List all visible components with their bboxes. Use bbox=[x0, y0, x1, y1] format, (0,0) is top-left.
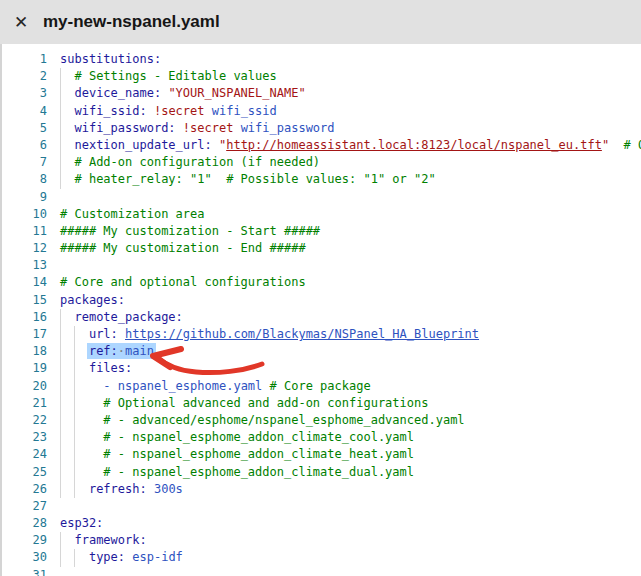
line-number: 27 bbox=[2, 498, 47, 515]
code-text: framework: bbox=[60, 533, 147, 547]
indent-guide bbox=[60, 171, 61, 188]
code-line: 8 # heater_relay: "1" # Possible values:… bbox=[2, 171, 641, 188]
code-text: packages: bbox=[60, 293, 125, 307]
code-line: 26 refresh: 300s bbox=[2, 481, 641, 498]
indent-guide bbox=[74, 429, 75, 446]
code-text: remote_package: bbox=[60, 310, 183, 324]
code-text: # heater_relay: "1" # Possible values: "… bbox=[60, 172, 436, 186]
code-token: ##### My customization - End ##### bbox=[60, 241, 306, 255]
code-text: ##### My customization - Start ##### bbox=[60, 224, 320, 238]
code-line: 30 type: esp-idf bbox=[2, 549, 641, 566]
indent-guide bbox=[60, 429, 61, 446]
code-token: url: bbox=[89, 327, 125, 341]
code-line: 12##### My customization - End ##### bbox=[2, 240, 641, 257]
code-token: # Optional bbox=[624, 138, 641, 152]
line-number: 6 bbox=[2, 137, 47, 154]
code-token: # Add-on configuration (if needed) bbox=[74, 155, 320, 169]
indent-guide bbox=[74, 343, 75, 360]
code-token: 300s bbox=[154, 482, 183, 496]
code-token: https://github.com/Blackymas/NSPanel_HA_… bbox=[125, 327, 479, 341]
indent-guide bbox=[74, 464, 75, 481]
code-text: # - advanced/esphome/nspanel_esphome_adv… bbox=[60, 413, 465, 427]
indent-guide bbox=[60, 446, 61, 463]
code-line: 3 device_name: "YOUR_NSPANEL_NAME" bbox=[2, 85, 641, 102]
code-text: substitutions: bbox=[60, 52, 161, 66]
indent-guide bbox=[60, 360, 61, 377]
code-line: 9 bbox=[2, 189, 641, 206]
close-icon[interactable]: ✕ bbox=[14, 14, 36, 31]
code-token: wifi_password bbox=[241, 121, 335, 135]
code-line: 28esp32: bbox=[2, 515, 641, 532]
line-number: 9 bbox=[2, 189, 47, 206]
code-line: 11##### My customization - Start ##### bbox=[2, 223, 641, 240]
code-line: 6 nextion_update_url: "http://homeassist… bbox=[2, 137, 641, 154]
code-token: main bbox=[125, 344, 154, 358]
code-token: "YOUR_NSPANEL_NAME" bbox=[168, 86, 305, 100]
code-token: !secret bbox=[154, 104, 212, 118]
line-number: 2 bbox=[2, 68, 47, 85]
code-line: 31 bbox=[2, 567, 641, 576]
code-text: url: https://github.com/Blackymas/NSPane… bbox=[60, 327, 479, 341]
code-token: files: bbox=[89, 361, 132, 375]
code-editor[interactable]: 1substitutions:2 # Settings - Editable v… bbox=[0, 44, 641, 576]
line-number: 19 bbox=[2, 360, 47, 377]
indent-guide bbox=[74, 360, 75, 377]
title-bar: ✕ my-new-nspanel.yaml bbox=[0, 0, 641, 44]
code-line: 7 # Add-on configuration (if needed) bbox=[2, 154, 641, 171]
code-token: esp32: bbox=[60, 516, 103, 530]
code-line: 22 # - advanced/esphome/nspanel_esphome_… bbox=[2, 412, 641, 429]
code-line: 14# Core and optional configurations bbox=[2, 274, 641, 291]
code-token: # - nspanel_esphome_addon_climate_heat.y… bbox=[103, 447, 414, 461]
code-line: 23 # - nspanel_esphome_addon_climate_coo… bbox=[2, 429, 641, 446]
indent-guide bbox=[74, 326, 75, 343]
code-line: 17 url: https://github.com/Blackymas/NSP… bbox=[2, 326, 641, 343]
code-text: - nspanel_esphome.yaml # Core package bbox=[60, 379, 371, 393]
code-token: # - nspanel_esphome_addon_climate_dual.y… bbox=[103, 465, 414, 479]
line-number: 29 bbox=[2, 532, 47, 549]
code-token: packages: bbox=[60, 293, 125, 307]
indent-guide bbox=[60, 481, 61, 498]
indent-guide bbox=[74, 446, 75, 463]
indent-guide bbox=[74, 395, 75, 412]
indent-guide bbox=[74, 549, 75, 566]
indent-guide bbox=[74, 378, 75, 395]
indent-guide bbox=[60, 464, 61, 481]
indent-guide bbox=[60, 85, 61, 102]
line-number: 22 bbox=[2, 412, 47, 429]
code-token: type: bbox=[89, 550, 132, 564]
line-number: 21 bbox=[2, 395, 47, 412]
code-line: 24 # - nspanel_esphome_addon_climate_hea… bbox=[2, 446, 641, 463]
code-token: refresh: bbox=[89, 482, 154, 496]
code-line: 25 # - nspanel_esphome_addon_climate_dua… bbox=[2, 464, 641, 481]
code-token: # - nspanel_esphome_addon_climate_cool.y… bbox=[103, 430, 414, 444]
code-token: # Customization area bbox=[60, 207, 205, 221]
indent-guide bbox=[60, 395, 61, 412]
line-number: 12 bbox=[2, 240, 47, 257]
line-number: 16 bbox=[2, 309, 47, 326]
code-token: ref: bbox=[89, 344, 118, 358]
code-line: 29 framework: bbox=[2, 532, 641, 549]
line-number: 1 bbox=[2, 51, 47, 68]
code-token: # Settings - Editable values bbox=[74, 69, 276, 83]
line-number: 26 bbox=[2, 481, 47, 498]
indent-guide bbox=[60, 68, 61, 85]
editor-window: ✕ my-new-nspanel.yaml 1substitutions:2 #… bbox=[0, 0, 641, 576]
code-text: nextion_update_url: "http://homeassistan… bbox=[60, 138, 641, 152]
code-line: 15packages: bbox=[2, 292, 641, 309]
code-token: # Core package bbox=[270, 379, 371, 393]
code-line: 20 - nspanel_esphome.yaml # Core package bbox=[2, 378, 641, 395]
code-text: ##### My customization - End ##### bbox=[60, 241, 306, 255]
code-line: 5 wifi_password: !secret wifi_password bbox=[2, 120, 641, 137]
indent-guide bbox=[60, 343, 61, 360]
code-text: # Optional advanced and add-on configura… bbox=[60, 396, 428, 410]
code-token: wifi_ssid: bbox=[74, 104, 153, 118]
line-number: 31 bbox=[2, 567, 47, 576]
line-number: 11 bbox=[2, 223, 47, 240]
line-number: 25 bbox=[2, 464, 47, 481]
line-number: 13 bbox=[2, 257, 47, 274]
code-text: refresh: 300s bbox=[60, 482, 183, 496]
line-number: 3 bbox=[2, 85, 47, 102]
code-token: remote_package: bbox=[74, 310, 182, 324]
line-number: 7 bbox=[2, 154, 47, 171]
code-line: 16 remote_package: bbox=[2, 309, 641, 326]
